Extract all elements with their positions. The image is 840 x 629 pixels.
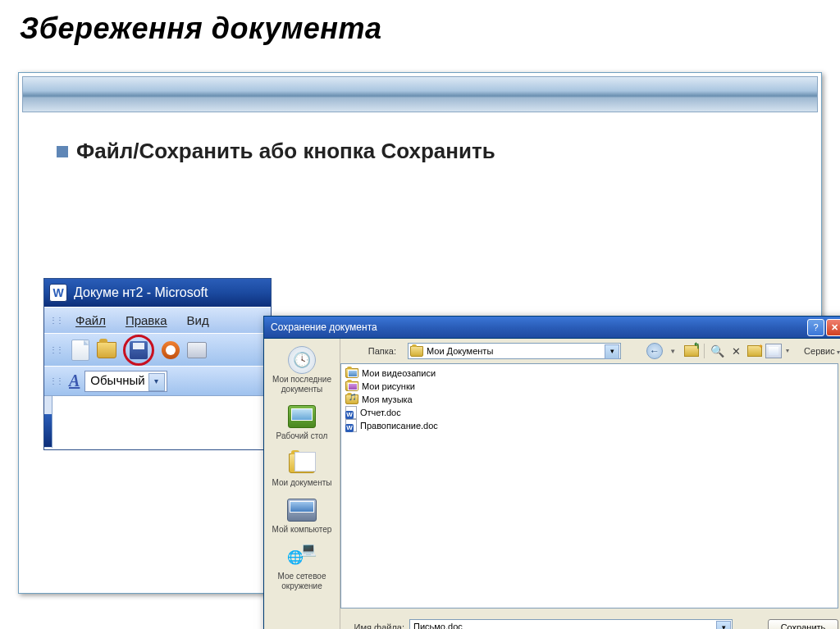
place-desktop[interactable]: Рабочий стол [267,399,337,444]
recent-docs-icon [288,346,316,374]
file-list[interactable]: Мои видеозаписи Мои рисунки Моя музыка О… [340,363,838,608]
dialog-top-row: Папка: Мои Документы ← ▼ 🔍 ✕ [340,339,840,363]
list-item[interactable]: Моя музыка [344,393,835,406]
network-icon [287,545,317,569]
folder-videos-icon [345,368,358,378]
save-button-highlight [123,335,154,366]
desktop-icon [288,405,316,428]
word-doc-icon [345,406,357,419]
save-button[interactable] [129,340,148,360]
toolbar-grip-icon: ⋮⋮ [49,345,62,354]
place-recent[interactable]: Мои последние документы [267,342,337,397]
word-document-area [44,395,271,448]
word-toolbar: ⋮⋮ [44,333,271,366]
folder-music-icon [345,394,358,404]
place-network[interactable]: Мое сетевое окружение [267,539,337,594]
folder-value: Мои Документы [427,346,493,356]
file-name: Мои рисунки [362,381,415,391]
back-button[interactable]: ← [646,343,663,359]
back-dropdown[interactable]: ▼ [664,342,682,360]
list-item[interactable]: Мои рисунки [344,380,835,393]
word-format-toolbar: ⋮⋮ A Обычный [44,366,271,395]
close-button[interactable]: ✕ [826,319,840,336]
dialog-title-text: Сохранение документа [271,321,806,333]
separator [704,344,705,358]
file-name: Моя музыка [362,394,413,404]
file-name: Мои видеозаписи [362,368,436,378]
menu-file[interactable]: Файл [67,312,114,329]
open-button[interactable] [97,340,116,360]
file-name: Отчет.doc [360,408,401,417]
list-item[interactable]: Мои видеозаписи [344,367,835,380]
places-bar: Мои последние документы Рабочий стол Мои… [264,339,340,629]
folder-pictures-icon [345,381,358,391]
tools-menu[interactable]: Сервис [804,346,840,356]
folder-icon [410,346,423,357]
bullet-icon [57,146,68,157]
place-mycomputer[interactable]: Мой компьютер [267,492,337,537]
views-button[interactable] [765,342,783,360]
folder-combo[interactable]: Мои Документы [408,343,621,359]
folder-label: Папка: [345,346,404,356]
slide-content-frame: Файл/Сохранить або кнопка Сохранить W До… [18,72,822,594]
print-button[interactable] [187,340,207,360]
word-app-icon: W [49,284,67,302]
word-titlebar: W Докуме нт2 - Microsoft [44,279,271,307]
word-doc-icon [345,419,357,432]
file-name: Правописание.doc [360,421,438,431]
create-new-folder-button[interactable] [746,342,764,360]
toolbar-grip-icon: ⋮⋮ [49,316,62,325]
dialog-titlebar[interactable]: Сохранение документа ? ✕ [264,317,840,339]
help-button[interactable]: ? [807,319,824,336]
slide-header-band [22,76,818,112]
slide-bullet: Файл/Сохранить або кнопка Сохранить [19,116,821,164]
slide-title: Збереження документа [0,0,840,46]
search-web-button[interactable]: 🔍 [708,342,726,360]
mydocs-icon [289,454,315,473]
menu-edit[interactable]: Правка [117,312,176,329]
place-network-label: Мое сетевое окружение [268,572,336,591]
new-doc-button[interactable] [71,340,90,360]
filename-label: Имя файла: [340,622,404,629]
place-recent-label: Мои последние документы [268,375,336,394]
styles-pane-icon[interactable]: A [69,371,80,390]
style-combo[interactable]: Обычный [84,371,167,392]
place-mycomputer-label: Мой компьютер [272,525,332,535]
place-mydocs-label: Мои документы [272,478,332,488]
place-desktop-label: Рабочий стол [276,431,328,441]
save-as-dialog: Сохранение документа ? ✕ Мои последние д… [263,316,840,629]
filename-input[interactable]: Письмо.doc [409,619,733,629]
word-menubar: ⋮⋮ Файл Правка Вид [44,307,271,333]
toolbar-grip-icon: ⋮⋮ [49,376,62,385]
word-window-snippet: W Докуме нт2 - Microsoft ⋮⋮ Файл Правка … [43,278,272,450]
place-mydocs[interactable]: Мои документы [267,445,337,490]
permission-button[interactable] [161,340,180,360]
delete-button[interactable]: ✕ [727,342,745,360]
word-title-text: Докуме нт2 - Microsoft [74,285,208,300]
list-item[interactable]: Правописание.doc [344,419,835,432]
save-button[interactable]: Сохранить [768,619,838,630]
list-item[interactable]: Отчет.doc [344,406,835,419]
menu-view[interactable]: Вид [179,312,217,329]
up-one-level-button[interactable] [682,342,701,360]
computer-icon [287,499,317,522]
bullet-text: Файл/Сохранить або кнопка Сохранить [76,139,495,164]
